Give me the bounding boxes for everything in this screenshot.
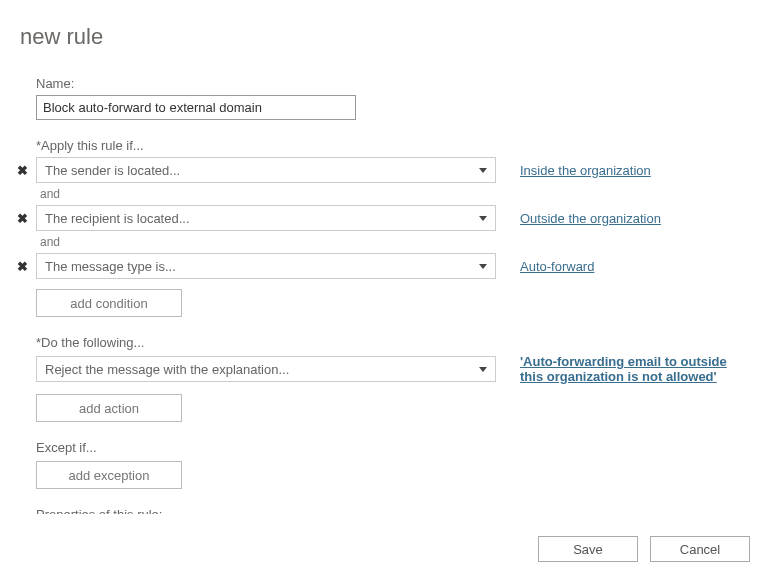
condition-selector-text: The recipient is located...: [45, 211, 190, 226]
action-selector-text: Reject the message with the explanation.…: [45, 362, 289, 377]
dialog-footer: Save Cancel: [538, 536, 750, 562]
condition-value-link[interactable]: Inside the organization: [520, 163, 651, 178]
remove-condition-icon[interactable]: ✖: [14, 163, 30, 178]
action-selector-reject[interactable]: Reject the message with the explanation.…: [36, 356, 496, 382]
remove-condition-icon[interactable]: ✖: [14, 211, 30, 226]
properties-label: Properties of this rule:: [36, 507, 762, 514]
save-button[interactable]: Save: [538, 536, 638, 562]
condition-selector-recipient[interactable]: The recipient is located...: [36, 205, 496, 231]
condition-selector-text: The sender is located...: [45, 163, 180, 178]
cancel-button[interactable]: Cancel: [650, 536, 750, 562]
condition-selector-text: The message type is...: [45, 259, 176, 274]
action-value-link[interactable]: 'Auto-forwarding email to outside this o…: [520, 354, 740, 384]
chevron-down-icon: [479, 216, 487, 221]
condition-value-link[interactable]: Outside the organization: [520, 211, 661, 226]
add-condition-button[interactable]: add condition: [36, 289, 182, 317]
do-following-label: *Do the following...: [36, 335, 762, 350]
remove-condition-icon[interactable]: ✖: [14, 259, 30, 274]
page-title: new rule: [0, 0, 780, 58]
name-label: Name:: [36, 76, 762, 91]
chevron-down-icon: [479, 168, 487, 173]
and-label: and: [40, 235, 762, 249]
chevron-down-icon: [479, 367, 487, 372]
condition-selector-sender[interactable]: The sender is located...: [36, 157, 496, 183]
rule-form-scroll[interactable]: Name: *Apply this rule if... ✖ The sende…: [0, 58, 770, 514]
except-if-label: Except if...: [36, 440, 762, 455]
add-action-button[interactable]: add action: [36, 394, 182, 422]
chevron-down-icon: [479, 264, 487, 269]
apply-rule-label: *Apply this rule if...: [36, 138, 762, 153]
condition-value-link[interactable]: Auto-forward: [520, 259, 594, 274]
condition-selector-messagetype[interactable]: The message type is...: [36, 253, 496, 279]
add-exception-button[interactable]: add exception: [36, 461, 182, 489]
and-label: and: [40, 187, 762, 201]
rule-name-input[interactable]: [36, 95, 356, 120]
